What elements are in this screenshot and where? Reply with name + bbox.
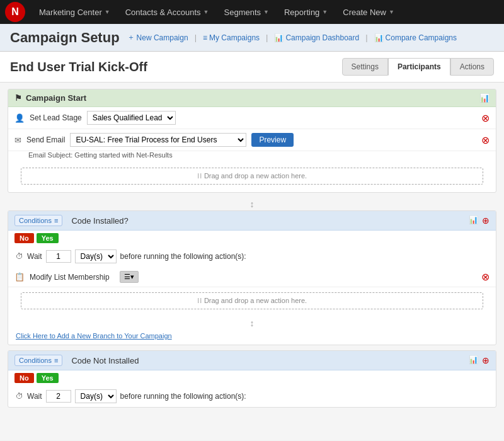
no-button-1[interactable]: No [14, 233, 34, 243]
wait-label-2-1: before running the following action(s): [120, 252, 246, 261]
yes-button-1[interactable]: Yes [37, 233, 59, 243]
modify-list-row: 📋 Modify List Membership ☰▾ ⊗ [8, 267, 496, 287]
remove-lead-stage-btn[interactable]: ⊗ [481, 113, 490, 123]
settings-icon-2: ≡ [54, 357, 58, 364]
wait-input-2[interactable] [46, 390, 71, 403]
campaign-name-bar: End User Trial Kick-Off Settings Partici… [0, 52, 504, 83]
tab-group: Settings Participants Actions [342, 58, 494, 76]
connector-1: ↕ [8, 198, 496, 210]
no-yes-row-2: No Yes [8, 370, 496, 386]
chevron-down-icon: ▼ [203, 9, 209, 15]
no-yes-row-1: No Yes [8, 231, 496, 246]
page-header: Campaign Setup ＋ New Campaign | ≡ My Cam… [0, 24, 504, 52]
wait-row-2: ⏱ Wait Day(s) before running the followi… [8, 386, 496, 407]
wait-label-1-2: Wait [27, 392, 42, 401]
refresh-icon-2[interactable]: ⊕ [482, 355, 490, 365]
flag-icon: ⚑ [14, 93, 22, 103]
remove-email-btn[interactable]: ⊗ [481, 135, 490, 146]
conditions-1-section: Conditions ≡ Code Installed? 📊 ⊕ No Yes … [8, 210, 496, 345]
nav-marketing-center[interactable]: Marketing Center ▼ [33, 5, 117, 20]
email-subject: Email Subject: Getting started with Net-… [8, 151, 496, 163]
campaign-start-section: ⚑ Campaign Start 📊 👤 Set Lead Stage Sale… [8, 89, 496, 193]
drag-drop-action-2[interactable]: ⁞⁞ Drag and drop a new action here. [21, 292, 483, 309]
nav-reporting[interactable]: Reporting ▼ [278, 5, 334, 20]
envelope-icon: ✉ [14, 135, 21, 145]
no-button-2[interactable]: No [14, 373, 34, 383]
refresh-icon[interactable]: ⊕ [482, 215, 490, 226]
drag-icon-2: ⁞⁞ [197, 297, 202, 304]
chevron-down-icon: ▼ [322, 9, 328, 15]
chart-icon[interactable]: 📊 [479, 93, 490, 103]
drag-drop-action-1[interactable]: ⁞⁞ Drag and drop a new action here. [21, 168, 483, 185]
compare-campaigns-link[interactable]: 📊 Compare Campaigns [374, 33, 457, 42]
conditions-2-section: Conditions ≡ Code Not Installed 📊 ⊕ No Y… [8, 350, 496, 408]
chevron-down-icon: ▼ [105, 9, 110, 15]
wait-unit-select-1[interactable]: Day(s) [75, 249, 117, 263]
conditions-badge-2[interactable]: Conditions ≡ [14, 355, 62, 366]
conditions-badge-1[interactable]: Conditions ≡ [14, 215, 62, 226]
settings-icon: ≡ [54, 217, 58, 224]
top-navigation: N Marketing Center ▼ Contacts & Accounts… [0, 0, 504, 24]
condition-1-name: Code Installed? [71, 216, 128, 226]
chart-icon-3[interactable]: 📊 [469, 355, 478, 365]
drag-icon: ⁞⁞ [197, 172, 202, 180]
tab-settings[interactable]: Settings [342, 58, 388, 76]
conditions-2-header: Conditions ≡ Code Not Installed 📊 ⊕ [8, 351, 496, 370]
lead-stage-select[interactable]: Sales Qualified Lead [87, 111, 176, 125]
send-email-row: ✉ Send Email EU-SAL: Free Trial Process … [8, 129, 496, 151]
chart-icon-2[interactable]: 📊 [469, 215, 478, 226]
email-template-select[interactable]: EU-SAL: Free Trial Process for End Users [70, 133, 246, 147]
set-lead-stage-row: 👤 Set Lead Stage Sales Qualified Lead ⊗ [8, 107, 496, 129]
wait-row-1: ⏱ Wait Day(s) before running the followi… [8, 246, 496, 267]
nav-contacts-accounts[interactable]: Contacts & Accounts ▼ [119, 5, 215, 20]
wait-icon: ⏱ [16, 252, 23, 261]
wait-label-1: Wait [27, 252, 42, 261]
person-icon: 👤 [14, 113, 25, 123]
nav-create-new[interactable]: Create New ▼ [336, 5, 401, 20]
my-campaigns-link[interactable]: ≡ My Campaigns [203, 33, 260, 42]
yes-button-2[interactable]: Yes [37, 373, 59, 383]
send-email-container: ✉ Send Email EU-SAL: Free Trial Process … [8, 129, 496, 163]
chevron-down-icon: ▼ [263, 9, 269, 15]
tab-participants[interactable]: Participants [388, 58, 450, 76]
connector-2: ↕ [8, 317, 496, 329]
campaign-dashboard-link[interactable]: 📊 Campaign Dashboard [274, 33, 359, 42]
modify-list-add-btn[interactable]: ☰▾ [120, 271, 139, 283]
nav-segments[interactable]: Segments ▼ [218, 5, 275, 20]
list-icon: 📋 [14, 272, 25, 282]
tab-actions[interactable]: Actions [450, 58, 494, 76]
campaign-name: End User Trial Kick-Off [10, 60, 147, 74]
modify-list-label: Modify List Membership [30, 273, 110, 282]
header-links: ＋ New Campaign | ≡ My Campaigns | 📊 Camp… [127, 32, 457, 43]
wait-label-2-2: before running the following action(s): [120, 392, 246, 401]
conditions-1-header: Conditions ≡ Code Installed? 📊 ⊕ [8, 211, 496, 231]
main-content: ⚑ Campaign Start 📊 👤 Set Lead Stage Sale… [0, 83, 504, 440]
new-campaign-link[interactable]: ＋ New Campaign [127, 32, 188, 43]
remove-modify-list-btn[interactable]: ⊗ [481, 272, 490, 282]
app-logo[interactable]: N [5, 2, 25, 22]
preview-button[interactable]: Preview [251, 133, 294, 147]
campaign-start-header: ⚑ Campaign Start 📊 [8, 89, 496, 107]
campaign-start-title: Campaign Start [26, 93, 86, 103]
wait-input-1[interactable] [46, 250, 71, 263]
wait-unit-select-2[interactable]: Day(s) [75, 389, 117, 403]
wait-icon-2: ⏱ [16, 392, 23, 401]
set-lead-stage-label: Set Lead Stage [30, 113, 82, 122]
send-email-label: Send Email [26, 135, 65, 144]
chevron-down-icon: ▼ [389, 9, 394, 15]
condition-2-name: Code Not Installed [71, 356, 139, 365]
page-title: Campaign Setup [10, 30, 120, 46]
add-branch-link[interactable]: Click Here to Add a New Branch to Your C… [8, 329, 496, 345]
